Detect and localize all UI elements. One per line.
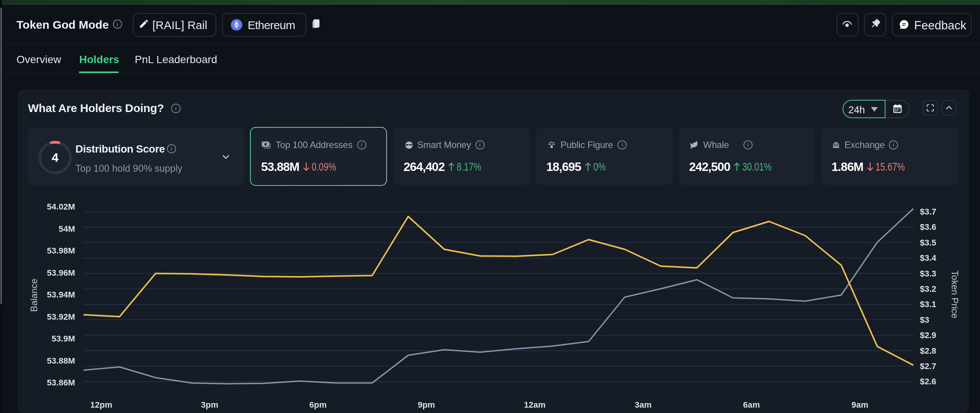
svg-text:$3.5: $3.5: [920, 238, 936, 247]
svg-text:53.92M: 53.92M: [47, 312, 75, 322]
svg-text:53.96M: 53.96M: [47, 268, 75, 278]
svg-text:$3.1: $3.1: [920, 299, 936, 309]
svg-text:53.98M: 53.98M: [47, 246, 75, 255]
svg-text:$3.6: $3.6: [920, 222, 936, 232]
svg-text:$2.9: $2.9: [920, 330, 936, 340]
svg-text:$2.7: $2.7: [920, 361, 936, 371]
svg-text:12am: 12am: [524, 400, 546, 410]
svg-text:$2.8: $2.8: [920, 346, 936, 356]
svg-text:$3.2: $3.2: [920, 284, 936, 294]
svg-text:Token Price: Token Price: [950, 270, 960, 318]
svg-text:53.94M: 53.94M: [47, 290, 75, 299]
svg-text:6pm: 6pm: [309, 400, 327, 410]
svg-text:12pm: 12pm: [90, 400, 112, 410]
svg-text:53.9M: 53.9M: [52, 334, 75, 343]
svg-text:Balance: Balance: [29, 279, 39, 312]
svg-text:3pm: 3pm: [201, 400, 218, 410]
svg-text:$2.6: $2.6: [920, 377, 936, 386]
svg-text:53.88M: 53.88M: [47, 356, 75, 366]
svg-text:$3.3: $3.3: [920, 269, 936, 278]
svg-text:6am: 6am: [743, 400, 760, 410]
svg-text:3am: 3am: [635, 400, 652, 410]
svg-text:$3.7: $3.7: [920, 207, 936, 216]
svg-text:$3: $3: [920, 315, 929, 325]
svg-text:$3.4: $3.4: [920, 253, 937, 263]
svg-text:53.86M: 53.86M: [47, 378, 75, 387]
svg-text:9pm: 9pm: [418, 400, 435, 410]
svg-text:54.02M: 54.02M: [47, 202, 75, 211]
svg-text:54M: 54M: [59, 224, 75, 234]
svg-text:9am: 9am: [851, 400, 868, 410]
